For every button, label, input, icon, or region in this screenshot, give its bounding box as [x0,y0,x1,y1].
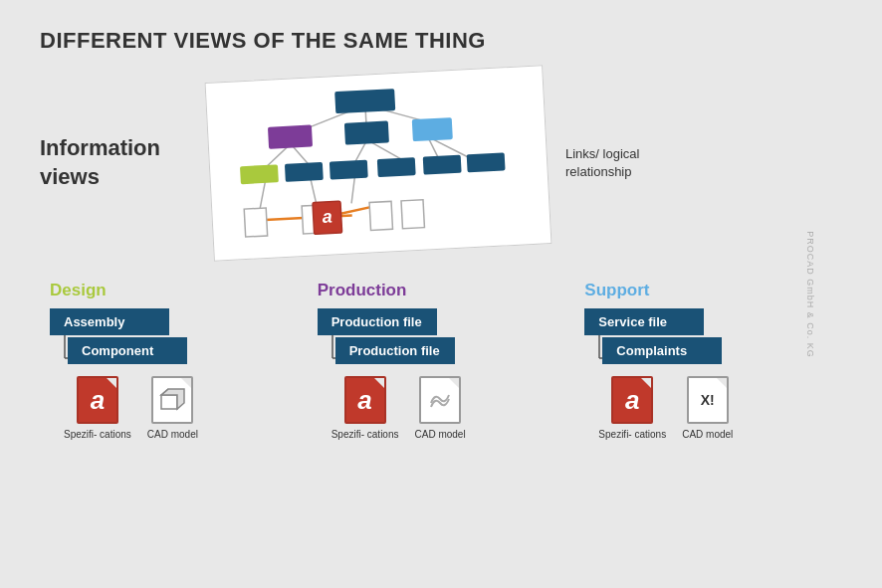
top-section: Information views [40,74,842,253]
prod-cad-icon [427,387,453,413]
cad-3d-icon [159,387,185,413]
svg-rect-25 [467,152,506,172]
svg-rect-17 [268,124,313,148]
svg-rect-21 [285,162,324,182]
svg-text:a: a [322,207,332,227]
design-blocks: Assembly Component [50,308,298,372]
support-blocks: Service file Complaints [584,308,832,372]
production-column: Production Production file Production fi… [308,281,575,441]
links-label: Links/ logical relationship [565,145,695,181]
production-spec-icon: a [344,376,386,424]
design-spec-label: Spezifi- cations [64,428,131,441]
production-title: Production [318,281,565,300]
design-column: Design Assembly Component a Spezifi- cat… [40,281,308,441]
production-block1: Production file [318,308,437,335]
support-spec-icon-item: a Spezifi- cations [598,376,666,441]
svg-rect-28 [369,201,392,230]
production-block2: Production file [335,337,455,364]
production-cad-label: CAD model [414,428,465,441]
design-block2: Component [68,337,187,364]
design-cad-icon [151,376,193,424]
design-cad-icon-item: CAD model [147,376,198,441]
support-spec-icon: a [611,376,653,424]
tree-container: a [216,77,541,250]
svg-rect-16 [334,89,395,113]
support-spec-label: Spezifi- cations [598,428,666,441]
design-title: Design [50,281,298,300]
svg-line-11 [350,175,356,203]
svg-rect-22 [330,160,368,180]
svg-rect-26 [244,208,267,237]
svg-line-10 [311,177,317,205]
production-spec-icon-item: a Spezifi- cations [331,376,399,441]
tree-diagram: a [216,78,523,252]
production-blocks: Production file Production file [318,308,565,372]
svg-rect-18 [344,120,389,144]
support-title: Support [584,281,832,300]
production-spec-label: Spezifi- cations [331,428,399,441]
support-block2: Complaints [602,337,722,364]
support-cad-icon-item: X! CAD model [682,376,733,441]
bottom-section: Design Assembly Component a Spezifi- cat… [40,281,842,441]
svg-rect-19 [412,117,453,141]
main-container: DIFFERENT VIEWS OF THE SAME THING Inform… [0,0,882,588]
production-icons-row: a Spezifi- cations CAD model [331,376,565,441]
support-icons-row: a Spezifi- cations X! CAD model [598,376,832,441]
design-icons-row: a Spezifi- cations CAD model [64,376,298,441]
design-spec-icon-item: a Spezifi- cations [64,376,131,441]
support-block1: Service file [584,308,704,335]
support-cad-label: CAD model [682,428,733,441]
svg-rect-29 [401,200,424,229]
support-column: Support Service file Complaints a Spezif… [574,281,842,441]
design-block1: Assembly [50,308,169,335]
svg-line-9 [259,180,267,208]
diagram-box: a [205,65,552,262]
svg-rect-23 [377,157,416,177]
svg-rect-24 [423,155,462,175]
page-title: DIFFERENT VIEWS OF THE SAME THING [40,28,842,54]
info-views-label: Information views [40,134,189,191]
design-spec-icon: a [77,376,118,424]
design-cad-label: CAD model [147,428,198,441]
production-cad-icon-item: CAD model [414,376,465,441]
svg-rect-20 [240,164,279,184]
svg-rect-34 [161,395,177,409]
support-cad-icon: X! [687,376,729,424]
production-cad-icon [419,376,461,424]
